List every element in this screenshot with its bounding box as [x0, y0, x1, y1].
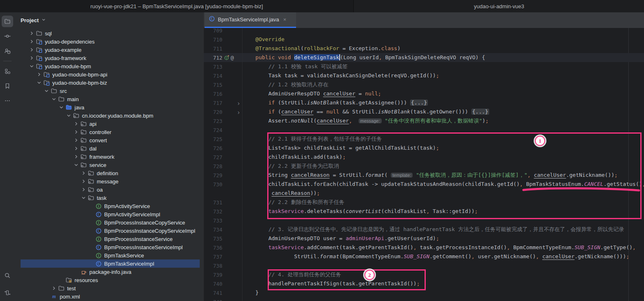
tree-item-bpmactivityservice[interactable]: IBpmActivityService [15, 202, 204, 210]
tree-item-cn-iocoder-yudao-module-bpm[interactable]: cn.iocoder.yudao.module.bpm [15, 111, 204, 120]
project-icon[interactable] [2, 16, 13, 27]
code-line-742[interactable]: 742 [204, 297, 644, 301]
tree-item-api[interactable]: api [15, 120, 204, 128]
chevron-right-icon[interactable] [72, 153, 80, 160]
code-line-740[interactable]: 740 handleParentTaskIfSign(task.getParen… [204, 279, 644, 288]
code-line-717[interactable]: 717› if (StrUtil.isNotBlank(task.getAssi… [204, 98, 644, 107]
tree-item-pom-xml[interactable]: mpom.xml [15, 292, 204, 301]
tree-item-bpmprocessinstancecopyservice[interactable]: IBpmProcessInstanceCopyService [15, 218, 204, 227]
tree-item-framework[interactable]: framework [15, 153, 204, 161]
chevron-right-icon[interactable] [72, 137, 80, 144]
fold-expand-icon[interactable]: › [238, 109, 240, 115]
chevron-down-icon[interactable] [57, 104, 65, 111]
chevron-right-icon[interactable] [50, 285, 58, 292]
code-line-736[interactable]: 736 taskService.addComment(task.getParen… [204, 243, 644, 252]
code-line-741[interactable]: 741 } [204, 288, 644, 297]
tree-item-package-info-java[interactable]: package-info.java [15, 268, 204, 276]
chevron-right-icon[interactable] [79, 178, 87, 185]
move-to-window-icon[interactable] [2, 287, 13, 299]
commit-icon[interactable] [2, 30, 13, 42]
chevron-right-icon[interactable] [28, 30, 35, 37]
chevron-down-icon[interactable] [72, 162, 80, 168]
chevron-down-icon[interactable] [41, 17, 46, 23]
code-line-716[interactable]: 716 AdminUserRespDTO cancelUser = null; [204, 89, 644, 98]
annotation-gutter-icon[interactable]: @ [231, 55, 234, 61]
code-line-727[interactable]: 727 childTaskList.add(task); [204, 153, 644, 162]
tree-item-dal[interactable]: dal [15, 144, 204, 153]
code-line-730[interactable]: 730 childTaskList.forEach(childTask -> u… [204, 180, 644, 189]
pull-requests-icon[interactable]: ? [2, 45, 13, 57]
tree-item-bpmtaskservice[interactable]: IBpmTaskService [15, 251, 204, 259]
tree-item-message[interactable]: message [15, 177, 204, 185]
tree-item-yudao-dependencies[interactable]: yudao-dependencies [15, 37, 204, 46]
tree-item-service[interactable]: service [15, 161, 204, 169]
chevron-right-icon[interactable] [35, 71, 43, 78]
tree-item-definition[interactable]: definition [15, 169, 204, 177]
tree-item-java[interactable]: java [15, 103, 204, 111]
search-icon[interactable] [2, 270, 13, 281]
tree-item-yudao-module-bpm-api[interactable]: yudao-module-bpm-api [15, 70, 204, 79]
code-line-715[interactable]: 715 // 1.2 校验取消人存在 [204, 80, 644, 89]
code-editor[interactable]: 709710 @Override711 @Transactional(rollb… [204, 28, 644, 301]
chevron-right-icon[interactable] [79, 186, 87, 193]
tree-item-resources[interactable]: resources [15, 276, 204, 284]
structure-icon[interactable] [2, 65, 13, 77]
tree-item-bpmactivityserviceimpl[interactable]: CBpmActivityServiceImpl [15, 210, 204, 218]
code-line-712[interactable]: 712I@ public void deleteSignTask(Long us… [204, 53, 644, 62]
code-line-737[interactable]: 737 StrUtil.format(BpmCommentTypeEnum.SU… [204, 252, 644, 261]
tree-item-bpmprocessinstancecopyserviceimpl[interactable]: CBpmProcessInstanceCopyServiceImpl [15, 227, 204, 235]
code-line-720[interactable]: 720› if (cancelUser == null && StrUtil.i… [204, 107, 644, 116]
fold-expand-icon[interactable]: › [238, 100, 240, 106]
tree-item-bpmprocessinstanceserviceimpl[interactable]: CBpmProcessInstanceServiceImpl [15, 243, 204, 251]
chevron-down-icon[interactable] [42, 88, 50, 94]
code-line-724[interactable]: 724 [204, 125, 644, 134]
tree-item-yudao-example[interactable]: yudao-example [15, 46, 204, 54]
project-panel-header[interactable]: Project [15, 12, 204, 28]
tree-item-yudao-module-bpm[interactable]: yudao-module-bpm [15, 62, 204, 70]
code-line-710[interactable]: 710 @Override [204, 35, 644, 44]
code-line-734[interactable]: 734 // 3. 记录日志到父任务中。先记录日志是因为，通过 handlePa… [204, 225, 644, 234]
code-line-711[interactable]: 711 @Transactional(rollbackFor = Excepti… [204, 44, 644, 53]
tree-item-bpmtaskserviceimpl[interactable]: CBpmTaskServiceImpl [15, 259, 204, 268]
code-line-733[interactable]: 733 [204, 216, 644, 225]
code-line-wrap[interactable]: cancelReason)); [204, 189, 644, 198]
code-line-713[interactable]: 713 // 1.1 校验 task 可以被减签 [204, 62, 644, 71]
code-line-729[interactable]: 729 String cancelReason = StrUtil.format… [204, 171, 644, 180]
chevron-right-icon[interactable] [28, 55, 35, 61]
tree-item-yudao-module-bpm-biz[interactable]: yudao-module-bpm-biz [15, 79, 204, 87]
chevron-down-icon[interactable] [79, 194, 87, 201]
code-line-738[interactable]: 738 [204, 261, 644, 270]
overriding-method-icon[interactable]: I@ [224, 53, 234, 62]
tree-item-task[interactable]: task [15, 194, 204, 202]
chevron-right-icon[interactable] [28, 46, 35, 53]
bookmarks-icon[interactable] [2, 80, 13, 92]
tree-item-bpmprocessinstanceservice[interactable]: IBpmProcessInstanceService [15, 235, 204, 243]
code-line-726[interactable]: 726 List<Task> childTaskList = getAllChi… [204, 144, 644, 153]
code-line-731[interactable]: 731 // 2.2 删除任务和所有子任务 [204, 198, 644, 207]
window-titlebar-background-app[interactable]: yudao-ui-admin-vue3 [353, 0, 644, 12]
tree-item-test[interactable]: test [15, 284, 204, 292]
chevron-right-icon[interactable] [28, 38, 35, 45]
tree-item-sql[interactable]: sql [15, 29, 204, 37]
chevron-down-icon[interactable] [65, 112, 72, 119]
chevron-down-icon[interactable] [35, 79, 43, 86]
close-icon[interactable]: × [283, 16, 287, 23]
more-tool-windows-icon[interactable] [2, 95, 13, 107]
code-line-732[interactable]: 732 taskService.deleteTasks(convertList(… [204, 207, 644, 216]
code-line-709[interactable]: 709 [204, 28, 644, 35]
tree-item-oa[interactable]: oa [15, 185, 204, 194]
chevron-down-icon[interactable] [50, 96, 58, 102]
editor-tab[interactable]: C BpmTaskServiceImpl.java × [205, 12, 296, 27]
code-line-714[interactable]: 714 Task task = validateTaskCanSignDelet… [204, 71, 644, 80]
chevron-right-icon[interactable] [72, 145, 80, 152]
code-line-735[interactable]: 735 AdminUserRespDTO user = adminUserApi… [204, 234, 644, 243]
chevron-down-icon[interactable] [28, 63, 35, 69]
tree-item-main[interactable]: main [15, 95, 204, 103]
code-line-725[interactable]: 725 // 2.1 获得子任务列表，包括子任务的子任务 [204, 134, 644, 144]
tree-item-yudao-framework[interactable]: yudao-framework [15, 54, 204, 62]
chevron-right-icon[interactable] [72, 129, 80, 135]
code-line-739[interactable]: 739 // 4. 处理当前任务的父任务 [204, 270, 644, 279]
code-line-723[interactable]: 723 Assert.notNull(cancelUser, message: … [204, 116, 644, 125]
tree-item-src[interactable]: src [15, 87, 204, 95]
code-line-728[interactable]: 728 // 2.2 更新子任务为已取消 [204, 162, 644, 171]
